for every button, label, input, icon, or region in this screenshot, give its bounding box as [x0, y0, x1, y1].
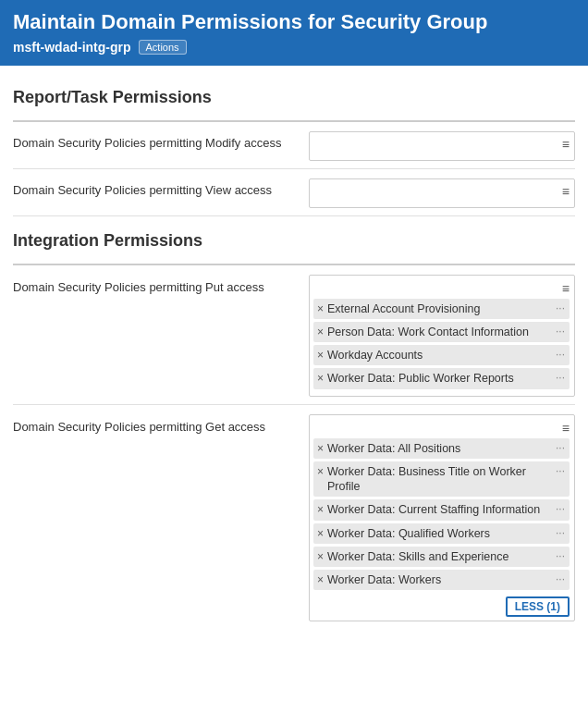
get-access-row: Domain Security Policies permitting Get …	[13, 414, 575, 630]
put-access-field[interactable]: ≡ × External Account Provisioning ··· × …	[309, 275, 575, 397]
remove-icon[interactable]: ×	[317, 573, 324, 586]
tag-label: Worker Data: Qualified Workers	[327, 526, 550, 541]
actions-button[interactable]: Actions	[139, 40, 187, 55]
list-item: × Worker Data: Business Title on Worker …	[313, 461, 570, 498]
tag-label: Worker Data: Workers	[327, 572, 550, 587]
dots-icon[interactable]: ···	[556, 301, 565, 314]
security-group-name: msft-wdad-intg-grp	[13, 40, 131, 55]
list-item: × Workday Accounts ···	[313, 345, 570, 365]
integration-section-title: Integration Permissions	[13, 231, 575, 254]
list-icon-view[interactable]: ≡	[562, 184, 570, 199]
tag-label: Worker Data: Current Staffing Informatio…	[327, 502, 550, 517]
dots-icon[interactable]: ···	[556, 371, 565, 384]
remove-icon[interactable]: ×	[317, 326, 324, 338]
tag-label: Worker Data: Public Worker Reports	[327, 371, 550, 386]
get-access-field[interactable]: ≡ × Worker Data: All Positions ··· × Wor…	[309, 414, 575, 622]
list-item: × Worker Data: Current Staffing Informat…	[313, 499, 570, 520]
list-icon-get[interactable]: ≡	[562, 421, 570, 436]
tag-label: External Account Provisioning	[327, 301, 550, 316]
dots-icon[interactable]: ···	[556, 549, 565, 562]
list-item: × Worker Data: Public Worker Reports ···	[313, 368, 570, 388]
remove-icon[interactable]: ×	[317, 550, 324, 563]
view-access-label: Domain Security Policies permitting View…	[13, 178, 309, 197]
list-item: × Worker Data: Workers ···	[313, 570, 570, 590]
dots-icon[interactable]: ···	[556, 502, 565, 515]
dots-icon[interactable]: ···	[556, 441, 565, 454]
dots-icon[interactable]: ···	[556, 464, 565, 477]
page-header: Maintain Domain Permissions for Security…	[0, 0, 588, 66]
tag-label: Worker Data: Business Title on Worker Pr…	[327, 464, 550, 495]
report-divider	[13, 120, 575, 122]
tag-label: Person Data: Work Contact Information	[327, 325, 550, 339]
dots-icon[interactable]: ···	[556, 526, 565, 539]
tag-label: Workday Accounts	[327, 348, 550, 363]
remove-icon[interactable]: ×	[317, 372, 324, 385]
dots-icon[interactable]: ···	[556, 325, 565, 338]
page-title: Maintain Domain Permissions for Security…	[13, 9, 575, 36]
list-item: × Worker Data: Qualified Workers ···	[313, 523, 570, 544]
list-icon-modify[interactable]: ≡	[562, 137, 570, 152]
list-icon-put[interactable]: ≡	[562, 281, 570, 296]
remove-icon[interactable]: ×	[317, 302, 324, 315]
tag-label: Worker Data: All Positions	[327, 441, 550, 456]
less-button-container: LESS (1)	[313, 596, 570, 617]
tag-label: Worker Data: Skills and Experience	[327, 549, 550, 564]
modify-access-label: Domain Security Policies permitting Modi…	[13, 131, 309, 150]
dots-icon[interactable]: ···	[556, 348, 565, 361]
remove-icon[interactable]: ×	[317, 349, 324, 362]
remove-icon[interactable]: ×	[317, 527, 324, 540]
remove-icon[interactable]: ×	[317, 465, 324, 478]
list-item: × Worker Data: All Positions ···	[313, 438, 570, 459]
integration-divider	[13, 264, 575, 265]
main-content: Report/Task Permissions Domain Security …	[0, 66, 588, 658]
put-access-row: Domain Security Policies permitting Put …	[13, 275, 575, 405]
put-access-label: Domain Security Policies permitting Put …	[13, 275, 309, 294]
list-item: × Person Data: Work Contact Information …	[313, 322, 570, 342]
remove-icon[interactable]: ×	[317, 503, 324, 516]
list-item: × Worker Data: Skills and Experience ···	[313, 547, 570, 567]
get-access-label: Domain Security Policies permitting Get …	[13, 414, 309, 434]
view-access-field[interactable]: ≡	[309, 178, 575, 208]
modify-access-field[interactable]: ≡	[309, 131, 575, 161]
less-button[interactable]: LESS (1)	[506, 596, 570, 617]
report-task-section-title: Report/Task Permissions	[13, 88, 575, 111]
remove-icon[interactable]: ×	[317, 442, 324, 455]
view-access-row: Domain Security Policies permitting View…	[13, 178, 575, 216]
dots-icon[interactable]: ···	[556, 572, 565, 585]
list-item: × External Account Provisioning ···	[313, 299, 570, 319]
modify-access-row: Domain Security Policies permitting Modi…	[13, 131, 575, 169]
